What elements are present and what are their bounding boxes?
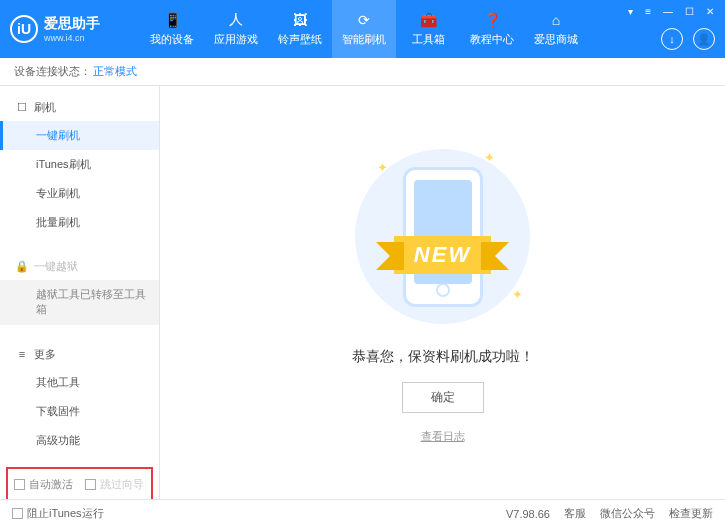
checkbox-skip-guide[interactable]: 跳过向导 [85, 477, 144, 492]
app-name: 爱思助手 [44, 15, 100, 33]
top-nav: 📱我的设备 人应用游戏 🖼铃声壁纸 ⟳智能刷机 🧰工具箱 ❓教程中心 ⌂爱思商城 [140, 0, 588, 58]
footer: 阻止iTunes运行 V7.98.66 客服 微信公众号 检查更新 [0, 499, 725, 527]
more-icon: ≡ [16, 348, 28, 360]
sidebar-header-more[interactable]: ≡更多 [0, 341, 159, 368]
footer-link-support[interactable]: 客服 [564, 506, 586, 521]
sidebar-item-batch[interactable]: 批量刷机 [0, 208, 159, 237]
sidebar-header-flash[interactable]: ☐刷机 [0, 94, 159, 121]
success-message: 恭喜您，保资料刷机成功啦！ [352, 348, 534, 366]
main-content: NEW ✦ ✦ ✦ 恭喜您，保资料刷机成功啦！ 确定 查看日志 [160, 86, 725, 499]
theme-button[interactable]: ≡ [642, 6, 654, 17]
apps-icon: 人 [227, 11, 245, 29]
highlighted-options: 自动激活 跳过向导 [6, 467, 153, 499]
status-value: 正常模式 [93, 64, 137, 79]
wallpaper-icon: 🖼 [291, 11, 309, 29]
new-ribbon: NEW [394, 236, 491, 274]
footer-link-update[interactable]: 检查更新 [669, 506, 713, 521]
window-controls: ▾ ≡ — ☐ ✕ [625, 6, 717, 17]
nav-toolbox[interactable]: 🧰工具箱 [396, 0, 460, 58]
sidebar-item-other-tools[interactable]: 其他工具 [0, 368, 159, 397]
checkbox-icon [12, 508, 23, 519]
sidebar: ☐刷机 一键刷机 iTunes刷机 专业刷机 批量刷机 🔒一键越狱 越狱工具已转… [0, 86, 160, 499]
menu-button[interactable]: ▾ [625, 6, 636, 17]
nav-tutorials[interactable]: ❓教程中心 [460, 0, 524, 58]
sidebar-jailbreak-note[interactable]: 越狱工具已转移至工具箱 [0, 280, 159, 325]
minimize-button[interactable]: — [660, 6, 676, 17]
checkbox-icon [14, 479, 25, 490]
title-bar: iU 爱思助手 www.i4.cn 📱我的设备 人应用游戏 🖼铃声壁纸 ⟳智能刷… [0, 0, 725, 58]
nav-apps[interactable]: 人应用游戏 [204, 0, 268, 58]
flash-icon: ⟳ [355, 11, 373, 29]
sidebar-item-itunes[interactable]: iTunes刷机 [0, 150, 159, 179]
checkbox-auto-activate[interactable]: 自动激活 [14, 477, 73, 492]
nav-my-device[interactable]: 📱我的设备 [140, 0, 204, 58]
nav-store[interactable]: ⌂爱思商城 [524, 0, 588, 58]
user-button[interactable]: 👤 [693, 28, 715, 50]
nav-flash[interactable]: ⟳智能刷机 [332, 0, 396, 58]
version-label: V7.98.66 [506, 508, 550, 520]
header-actions: ↓ 👤 [661, 28, 715, 50]
ok-button[interactable]: 确定 [402, 382, 484, 413]
logo-icon: iU [10, 15, 38, 43]
success-illustration: NEW ✦ ✦ ✦ [343, 142, 543, 332]
status-label: 设备连接状态： [14, 64, 91, 79]
close-button[interactable]: ✕ [703, 6, 717, 17]
toolbox-icon: 🧰 [419, 11, 437, 29]
app-logo: iU 爱思助手 www.i4.cn [10, 15, 140, 43]
download-button[interactable]: ↓ [661, 28, 683, 50]
flash-section-icon: ☐ [16, 102, 28, 114]
sidebar-item-onekey[interactable]: 一键刷机 [0, 121, 159, 150]
checkbox-icon [85, 479, 96, 490]
sparkle-icon: ✦ [512, 287, 523, 302]
status-bar: 设备连接状态： 正常模式 [0, 58, 725, 86]
sidebar-item-advanced[interactable]: 高级功能 [0, 426, 159, 455]
nav-ringtones[interactable]: 🖼铃声壁纸 [268, 0, 332, 58]
store-icon: ⌂ [547, 11, 565, 29]
sparkle-icon: ✦ [484, 150, 495, 165]
view-log-link[interactable]: 查看日志 [421, 429, 465, 444]
device-icon: 📱 [163, 11, 181, 29]
sidebar-item-pro[interactable]: 专业刷机 [0, 179, 159, 208]
help-icon: ❓ [483, 11, 501, 29]
app-url: www.i4.cn [44, 33, 100, 43]
maximize-button[interactable]: ☐ [682, 6, 697, 17]
footer-link-wechat[interactable]: 微信公众号 [600, 506, 655, 521]
sidebar-item-download-fw[interactable]: 下载固件 [0, 397, 159, 426]
lock-icon: 🔒 [16, 261, 28, 273]
checkbox-block-itunes[interactable]: 阻止iTunes运行 [12, 506, 104, 521]
sparkle-icon: ✦ [377, 160, 388, 175]
sidebar-header-jailbreak: 🔒一键越狱 [0, 253, 159, 280]
